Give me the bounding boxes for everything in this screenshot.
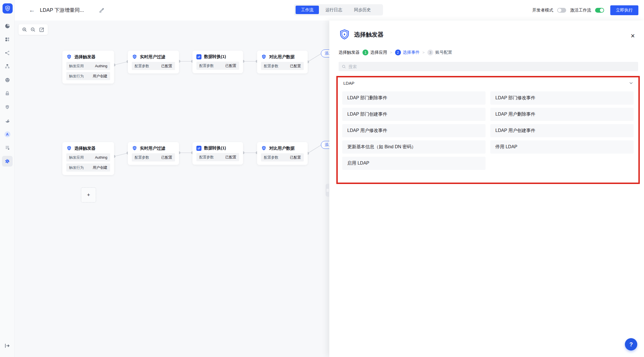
row-value: 已配置: [290, 64, 301, 69]
group-name: LDAP: [343, 81, 354, 86]
sidebar-item-org-chart[interactable]: [2, 61, 13, 72]
drawer-resize-handle[interactable]: [326, 184, 329, 197]
view-tabs: 工作流 运行日志 同步历史: [294, 4, 383, 15]
sidebar-item-authing-a[interactable]: A: [2, 129, 13, 140]
zoom-out-icon[interactable]: [30, 26, 36, 33]
sidebar-item-share[interactable]: [2, 48, 13, 58]
shield-icon: [132, 145, 137, 151]
event-item[interactable]: 更新基本信息（如 Bind DN 密码）: [342, 140, 486, 154]
sidebar-item-security-lock[interactable]: [2, 88, 13, 99]
step-number: 2: [395, 50, 401, 55]
dev-mode-toggle[interactable]: [557, 8, 566, 13]
node-transform[interactable]: ⇄ 数据转换(1) 配置参数 已配置: [192, 142, 243, 165]
node-transform[interactable]: ⇄ 数据转换(1) 配置参数 已配置: [192, 51, 243, 73]
ldap-group-header[interactable]: LDAP: [339, 78, 638, 88]
node-title: 实时用户过滤: [140, 54, 165, 60]
event-item[interactable]: 停用 LDAP: [490, 140, 634, 154]
sidebar-item-components[interactable]: [2, 34, 13, 45]
node-config-row: 配置参数 已配置: [261, 153, 304, 161]
node-compare[interactable]: 对比用户数据 配置参数 已配置: [257, 142, 308, 165]
toggle-knob: [600, 8, 604, 12]
row-value: 用户创建: [93, 74, 107, 79]
row-value: 已配置: [225, 63, 236, 68]
shield-icon: [66, 145, 72, 151]
node-config-row: 配置参数 已配置: [196, 62, 239, 70]
community-icon: [4, 77, 10, 83]
canvas-toolbar: [19, 24, 48, 35]
step-separator: >: [423, 50, 425, 55]
event-item[interactable]: LDAP 部门修改事件: [490, 91, 634, 105]
run-now-button[interactable]: 立即执行: [610, 5, 638, 15]
help-button[interactable]: ?: [625, 338, 637, 351]
edit-canvas-icon[interactable]: [39, 26, 45, 33]
step-select-event[interactable]: 2 选择事件: [395, 50, 420, 55]
add-workflow-branch-button[interactable]: +: [81, 187, 96, 203]
back-icon[interactable]: ←: [28, 6, 36, 14]
node-config-row: 配置参数 已配置: [196, 153, 239, 161]
tab-sync-history[interactable]: 同步历史: [349, 6, 376, 14]
row-label: 配置参数: [199, 155, 214, 160]
event-item[interactable]: LDAP 部门创建事件: [342, 108, 486, 121]
bird-icon: [4, 118, 10, 124]
app-logo-shield-icon[interactable]: [3, 3, 13, 14]
row-value: Authing: [95, 64, 107, 68]
close-icon[interactable]: ×: [629, 32, 637, 40]
row-value: 用户创建: [93, 165, 107, 170]
step-select-app[interactable]: 1 选择应用: [362, 50, 387, 55]
tab-workflow[interactable]: 工作流: [296, 6, 319, 14]
row-label: 触发行为: [69, 74, 84, 79]
shield-icon: [261, 145, 267, 151]
event-item[interactable]: LDAP 部门删除事件: [342, 91, 486, 105]
node-trigger[interactable]: 选择触发器 触发应用 Authing 触发行为 用户创建: [62, 142, 114, 175]
components-icon: [4, 37, 10, 42]
node-config-row: 配置参数 已配置: [261, 62, 304, 70]
node-filter[interactable]: 实时用户过滤 配置参数 已配置: [128, 51, 179, 73]
event-item[interactable]: LDAP 用户删除事件: [490, 108, 634, 121]
node-config-row: 配置参数 已配置: [132, 62, 175, 70]
activate-workflow-toggle[interactable]: [595, 8, 604, 13]
transform-icon: ⇄: [196, 54, 201, 59]
node-compare[interactable]: 对比用户数据 配置参数 已配置: [257, 51, 308, 73]
step-number: 3: [427, 50, 433, 55]
activate-workflow-label: 激活工作流: [570, 8, 591, 13]
edit-title-icon[interactable]: [99, 7, 105, 13]
dev-mode-label: 开发者模式: [532, 8, 553, 13]
node-title: 实时用户过滤: [140, 146, 165, 151]
row-value: 已配置: [161, 64, 172, 69]
event-item[interactable]: 启用 LDAP: [342, 157, 486, 170]
share-icon: [4, 50, 10, 56]
sidebar-item-audit-log[interactable]: [2, 142, 13, 153]
sidebar-item-bird[interactable]: [2, 115, 13, 126]
event-item[interactable]: LDAP 用户创建事件: [490, 124, 634, 137]
step-separator: >: [390, 50, 392, 55]
shield-icon: [261, 54, 267, 60]
event-grid: LDAP 部门删除事件 LDAP 部门修改事件 LDAP 部门创建事件 LDAP…: [342, 91, 634, 170]
expand-sidebar-icon[interactable]: [4, 342, 11, 349]
node-filter[interactable]: 实时用户过滤 配置参数 已配置: [128, 142, 179, 165]
node-config-row: 触发应用 Authing: [66, 153, 110, 161]
node-trigger[interactable]: 选择触发器 触发应用 Authing 触发行为 用户创建: [62, 51, 114, 84]
drawer-header: 选择触发器: [339, 29, 384, 41]
shield-check-icon: [4, 104, 10, 110]
sidebar-item-shield-check[interactable]: [2, 102, 13, 113]
sidebar-item-analytics[interactable]: [2, 21, 13, 31]
tab-run-logs[interactable]: 运行日志: [320, 6, 348, 14]
workflow-title: LDAP 下游增量同...: [40, 7, 84, 14]
search-input[interactable]: [348, 64, 635, 69]
search-icon: [342, 64, 346, 69]
row-label: 配置参数: [135, 64, 149, 69]
row-value: 已配置: [161, 155, 172, 160]
org-chart-icon: [4, 64, 10, 69]
sidebar-item-community[interactable]: [2, 75, 13, 85]
event-item[interactable]: LDAP 用户修改事件: [342, 124, 486, 137]
row-label: 配置参数: [264, 155, 278, 160]
app-root: ← LDAP 下游增量同... 工作流 运行日志 同步历史 开发者模式 激活工作…: [0, 0, 644, 357]
zoom-in-icon[interactable]: [21, 26, 28, 33]
row-value: Authing: [95, 155, 107, 160]
node-title: 选择触发器: [74, 146, 96, 151]
node-title: 选择触发器: [74, 54, 96, 60]
pie-chart-icon: [4, 23, 10, 29]
step-account-config[interactable]: 3 账号配置: [427, 50, 452, 55]
step-label: 选择事件: [403, 50, 420, 55]
sidebar-item-settings[interactable]: [2, 156, 13, 167]
